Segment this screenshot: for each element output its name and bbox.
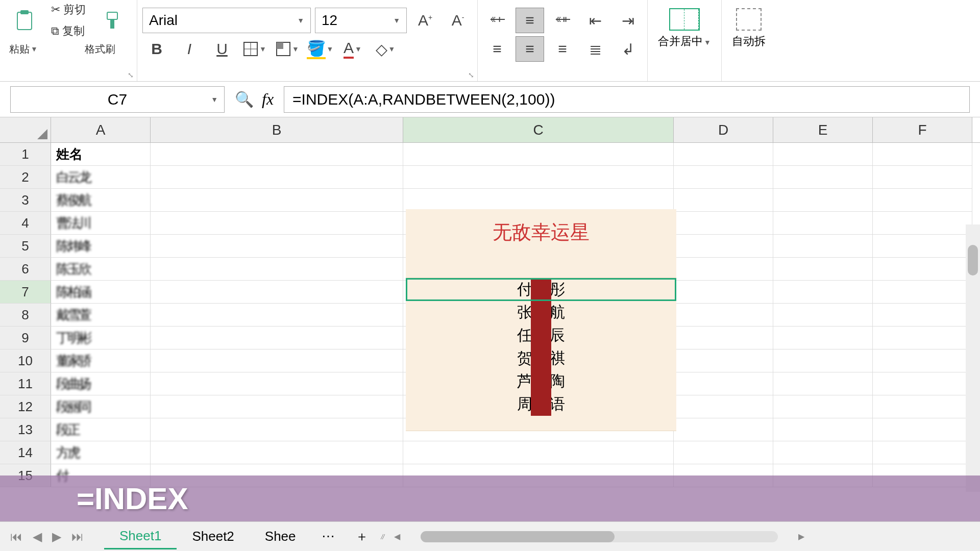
cell[interactable]	[873, 441, 972, 464]
paste-dropdown[interactable]: 粘贴▼	[5, 40, 42, 58]
horizontal-scrollbar[interactable]	[421, 531, 778, 542]
cell[interactable]	[773, 418, 873, 441]
column-header-C[interactable]: C	[403, 117, 674, 142]
cell[interactable]	[873, 235, 972, 258]
row-header[interactable]: 8	[0, 304, 51, 327]
row-header[interactable]: 4	[0, 212, 51, 235]
align-left-button[interactable]: ≡	[483, 36, 511, 62]
cell[interactable]	[674, 235, 773, 258]
fill-color-button[interactable]: 🪣 ▼	[306, 36, 334, 62]
underline-button[interactable]: U	[208, 36, 236, 62]
row-header[interactable]: 7	[0, 281, 51, 304]
row-header[interactable]: 10	[0, 349, 51, 372]
column-header-F[interactable]: F	[873, 117, 972, 142]
column-header-D[interactable]: D	[674, 117, 773, 142]
row-header[interactable]: 14	[0, 441, 51, 464]
cell[interactable]	[873, 349, 972, 372]
cell-A11[interactable]: 段曲扬	[51, 372, 151, 395]
eraser-button[interactable]: ◇ ▼	[371, 36, 400, 62]
add-sheet-button[interactable]: ＋	[345, 528, 379, 545]
format-painter-label-button[interactable]: 格式刷	[81, 40, 119, 58]
cell-A4[interactable]: 曹法川	[51, 212, 151, 235]
zoom-icon[interactable]: 🔍	[235, 90, 254, 108]
column-header-B[interactable]: B	[151, 117, 403, 142]
tab-nav-first[interactable]: ⏮	[10, 530, 22, 544]
cell[interactable]	[873, 212, 972, 235]
column-header-A[interactable]: A	[51, 117, 151, 142]
hscroll-left[interactable]: ◀	[394, 532, 400, 541]
cell-A5[interactable]: 陈炜峰	[51, 235, 151, 258]
cell[interactable]	[151, 235, 403, 258]
auto-wrap-button[interactable]: 自动拆	[727, 6, 771, 51]
cell[interactable]	[773, 212, 873, 235]
cell[interactable]	[773, 441, 873, 464]
cell[interactable]	[773, 395, 873, 418]
cell[interactable]	[773, 166, 873, 189]
row-header[interactable]: 13	[0, 418, 51, 441]
cell[interactable]	[151, 258, 403, 281]
justify-button[interactable]: ≣	[581, 36, 609, 62]
borders-button[interactable]: ▼	[240, 36, 269, 62]
cell[interactable]	[151, 418, 403, 441]
italic-button[interactable]: I	[175, 36, 204, 62]
cell[interactable]	[873, 418, 972, 441]
align-right-button[interactable]: ≡	[548, 36, 577, 62]
cell[interactable]	[873, 304, 972, 327]
lottery-result[interactable]: 周 语	[406, 393, 676, 416]
cell[interactable]	[873, 166, 972, 189]
row-header[interactable]: 1	[0, 143, 51, 166]
row-header[interactable]: 12	[0, 395, 51, 418]
lottery-result[interactable]: 芦 陶	[406, 370, 676, 393]
cell-A2[interactable]: 白云龙	[51, 166, 151, 189]
lottery-result[interactable]: 贺 祺	[406, 347, 676, 370]
format-painter-button[interactable]	[93, 6, 132, 35]
sheet-tab-2[interactable]: Sheet2	[177, 524, 249, 548]
cell[interactable]	[873, 395, 972, 418]
decrease-font-button[interactable]: A-	[444, 8, 472, 33]
tab-nav-last[interactable]: ⏭	[71, 530, 84, 544]
cell-A14[interactable]: 方虎	[51, 441, 151, 464]
increase-font-button[interactable]: A+	[411, 8, 439, 33]
row-header[interactable]: 3	[0, 189, 51, 212]
tab-nav-next[interactable]: ▶	[52, 530, 61, 544]
align-center-button[interactable]: ≡	[516, 36, 544, 62]
cell[interactable]	[674, 258, 773, 281]
cell[interactable]	[674, 372, 773, 395]
cell-A8[interactable]: 戴雪萱	[51, 304, 151, 327]
cell[interactable]	[674, 143, 773, 166]
name-box[interactable]: C7	[10, 86, 225, 113]
cell[interactable]	[873, 143, 972, 166]
row-header[interactable]: 5	[0, 235, 51, 258]
cell[interactable]	[151, 212, 403, 235]
cell[interactable]	[151, 327, 403, 349]
cell[interactable]	[773, 304, 873, 327]
group-launcher-icon[interactable]: ⤡	[128, 71, 134, 79]
scroll-thumb[interactable]	[968, 245, 978, 276]
cell[interactable]	[151, 166, 403, 189]
bold-button[interactable]: B	[142, 36, 171, 62]
cell[interactable]	[773, 349, 873, 372]
cell[interactable]	[151, 372, 403, 395]
cell[interactable]	[773, 143, 873, 166]
cell[interactable]	[403, 441, 674, 464]
cell[interactable]	[674, 327, 773, 349]
cell[interactable]	[773, 281, 873, 304]
cell[interactable]	[674, 441, 773, 464]
scroll-thumb[interactable]	[421, 531, 615, 542]
tab-split-handle[interactable]: ⫽	[379, 532, 394, 541]
cell-A1[interactable]: 姓名	[51, 143, 151, 166]
select-all-corner[interactable]	[0, 117, 51, 142]
sheet-tab-3[interactable]: Shee	[250, 524, 311, 548]
cell[interactable]	[151, 304, 403, 327]
increase-indent-button[interactable]: ⇥	[614, 8, 642, 33]
font-name-select[interactable]: Arial ▼	[142, 8, 311, 33]
cell[interactable]	[674, 166, 773, 189]
cell-A10[interactable]: 董家骄	[51, 349, 151, 372]
cell[interactable]	[403, 189, 674, 212]
paste-button[interactable]	[5, 6, 44, 35]
cell[interactable]	[873, 258, 972, 281]
tab-nav-prev[interactable]: ◀	[33, 530, 42, 544]
cell[interactable]	[151, 441, 403, 464]
cell[interactable]	[773, 258, 873, 281]
sheet-tab-1[interactable]: Sheet1	[104, 524, 177, 549]
